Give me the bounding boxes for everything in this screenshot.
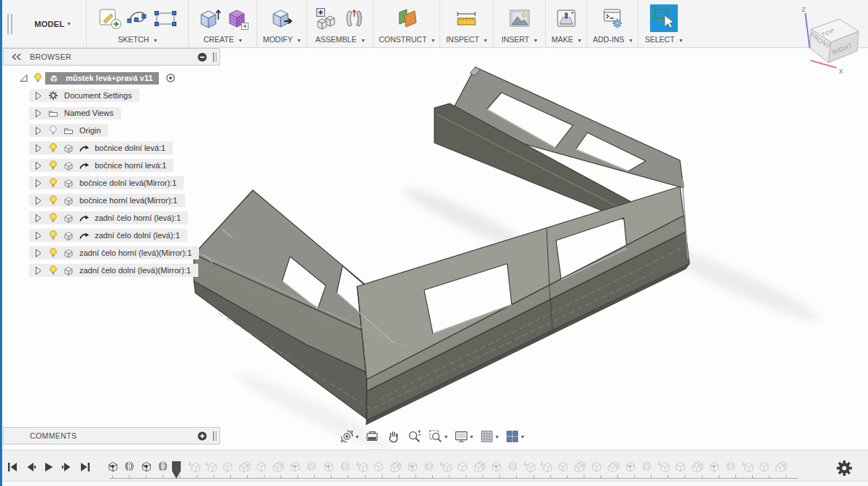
browser-row-7[interactable]: bočnice horní levá(Mirror):1 — [3, 192, 226, 209]
collapse-panel-icon[interactable] — [9, 53, 24, 60]
bulb-on-icon[interactable] — [46, 195, 60, 205]
toolbar-group-label[interactable]: MAKE ▾ — [552, 35, 582, 45]
triangle-closed-icon[interactable] — [31, 179, 45, 188]
activate-component-radio-icon[interactable] — [163, 73, 178, 83]
timeline-feature-copy-suppressed[interactable] — [389, 460, 402, 473]
rectangle-button[interactable] — [153, 6, 178, 31]
timeline-feature-box-suppressed[interactable] — [758, 460, 770, 473]
timeline-feature-box-suppressed[interactable] — [674, 460, 687, 473]
timeline-feature-insert-suppressed[interactable] — [289, 460, 301, 473]
timeline-feature-copy-suppressed[interactable] — [272, 460, 284, 473]
triangle-closed-icon[interactable] — [31, 248, 45, 258]
toolbar-group-label[interactable]: INSERT ▾ — [501, 35, 537, 45]
panel-drag-grip[interactable] — [213, 52, 216, 62]
play-button[interactable] — [42, 462, 55, 472]
toolbar-group-label[interactable]: INSPECT ▾ — [446, 35, 487, 45]
timeline-feature-box-suppressed[interactable] — [222, 460, 234, 473]
timeline-feature-copy-suppressed[interactable] — [775, 460, 787, 473]
browser-row-3[interactable]: Origin — [3, 122, 226, 139]
browser-row-2[interactable]: Named Views — [3, 104, 226, 122]
add-comment-icon[interactable] — [195, 431, 209, 441]
triangle-closed-icon[interactable] — [31, 161, 45, 171]
toolbar-group-label[interactable]: CREATE ▾ — [203, 35, 242, 45]
toolbar-group-label[interactable]: ASSEMBLE ▾ — [316, 35, 365, 45]
step-back-button[interactable] — [24, 462, 37, 472]
timeline-feature-box-suppressed[interactable] — [372, 460, 385, 473]
toolbar-group-label[interactable]: CONSTRUCT ▾ — [379, 35, 435, 45]
timeline-feature-component-suppressed[interactable] — [439, 460, 452, 473]
timeline-feature-mirror-suppressed[interactable] — [641, 460, 653, 473]
browser-row-9[interactable]: zadní čelo dolní (levá):1 — [3, 227, 226, 244]
triangle-closed-icon[interactable] — [31, 126, 45, 136]
timeline-feature-component-suppressed[interactable] — [741, 460, 754, 473]
go-to-start-button[interactable] — [6, 462, 19, 472]
step-forward-button[interactable] — [60, 462, 74, 472]
triangle-closed-icon[interactable] — [31, 266, 45, 275]
bulb-on-icon[interactable] — [46, 248, 60, 258]
print-3d-button[interactable] — [554, 6, 579, 31]
timeline-feature-mirror-suppressed[interactable] — [305, 460, 318, 473]
timeline-feature-copy-suppressed[interactable] — [691, 460, 703, 473]
pan-button[interactable] — [385, 427, 402, 446]
timeline-feature-copy-suppressed[interactable] — [607, 460, 619, 473]
timeline-feature-component-suppressed[interactable] — [188, 460, 200, 473]
timeline-feature-box-suppressed[interactable] — [255, 460, 267, 473]
toolbar-grip[interactable] — [0, 0, 19, 47]
triangle-closed-icon[interactable] — [31, 91, 45, 101]
bulb-on-icon[interactable] — [31, 73, 45, 83]
scripts-addins-button[interactable] — [601, 6, 625, 31]
timeline-feature-box-suppressed[interactable] — [456, 460, 469, 473]
z-axis-label[interactable]: Z — [802, 6, 806, 13]
bulb-on-icon[interactable] — [46, 160, 60, 171]
timeline-feature-component-suppressed[interactable] — [540, 460, 552, 473]
timeline-feature-insert[interactable] — [140, 460, 152, 473]
minimize-panel-icon[interactable] — [195, 52, 209, 62]
measure-button[interactable] — [454, 6, 479, 31]
timeline-feature-mirror-suppressed[interactable] — [724, 460, 737, 473]
toolbar-group-label[interactable]: ADD-INS ▾ — [593, 35, 632, 45]
timeline-feature-insert-suppressed[interactable] — [406, 460, 418, 473]
panel-drag-grip[interactable] — [213, 431, 216, 441]
toolbar-group-label[interactable]: MODIFY ▾ — [263, 35, 301, 45]
select-button[interactable] — [650, 4, 678, 32]
triangle-closed-icon[interactable] — [31, 213, 45, 223]
create-sketch-button[interactable] — [98, 6, 122, 31]
timeline-scroll-strip[interactable] — [0, 481, 868, 486]
browser-row-11[interactable]: zadní čelo dolní (levá)(Mirror):1 — [3, 262, 226, 279]
go-to-end-button[interactable] — [79, 462, 92, 472]
timeline-feature-insert[interactable] — [106, 460, 119, 473]
joint-button[interactable] — [342, 6, 367, 31]
viewcube[interactable]: TOP FRONT RIGHT Z X — [787, 0, 868, 80]
bulb-on-icon[interactable] — [46, 230, 60, 240]
timeline-feature-mirror[interactable] — [157, 460, 169, 473]
zoom-button[interactable] — [406, 427, 423, 446]
timeline-feature-component-suppressed[interactable] — [523, 460, 536, 473]
timeline-feature-copy-suppressed[interactable] — [238, 460, 251, 473]
timeline-feature-mirror-suppressed[interactable] — [423, 460, 435, 473]
timeline-feature-insert-suppressed[interactable] — [708, 460, 720, 473]
timeline-feature-component-suppressed[interactable] — [657, 460, 670, 473]
timeline-feature-copy-suppressed[interactable] — [574, 460, 586, 473]
bulb-on-icon[interactable] — [46, 213, 60, 223]
construction-plane-button[interactable] — [394, 6, 419, 31]
look-at-button[interactable] — [364, 427, 381, 446]
timeline-feature-box-suppressed[interactable] — [590, 460, 603, 473]
workspace-switcher[interactable]: MODEL ▾ — [19, 0, 86, 47]
orbit-button[interactable]: ▾ — [338, 427, 360, 446]
browser-row-4[interactable]: bočnice dolní levá:1 — [3, 139, 226, 157]
form-button[interactable] — [224, 6, 249, 31]
timeline-feature-component-suppressed[interactable] — [205, 460, 217, 473]
timeline-feature-mirror-suppressed[interactable] — [507, 460, 519, 473]
triangle-closed-icon[interactable] — [31, 231, 45, 240]
timeline-feature-insert-suppressed[interactable] — [490, 460, 502, 473]
toolbar-group-label[interactable]: SKETCH ▾ — [118, 35, 157, 45]
insert-image-button[interactable] — [507, 6, 532, 31]
triangle-closed-icon[interactable] — [31, 196, 45, 205]
display-settings-button[interactable]: ▾ — [453, 427, 474, 446]
bulb-on-icon[interactable] — [46, 265, 60, 275]
extrude-button[interactable] — [197, 6, 222, 31]
timeline-feature-insert-suppressed[interactable] — [624, 460, 636, 473]
x-axis-label[interactable]: X — [839, 68, 843, 75]
spline-button[interactable] — [125, 6, 150, 31]
new-component-button[interactable] — [314, 6, 339, 31]
